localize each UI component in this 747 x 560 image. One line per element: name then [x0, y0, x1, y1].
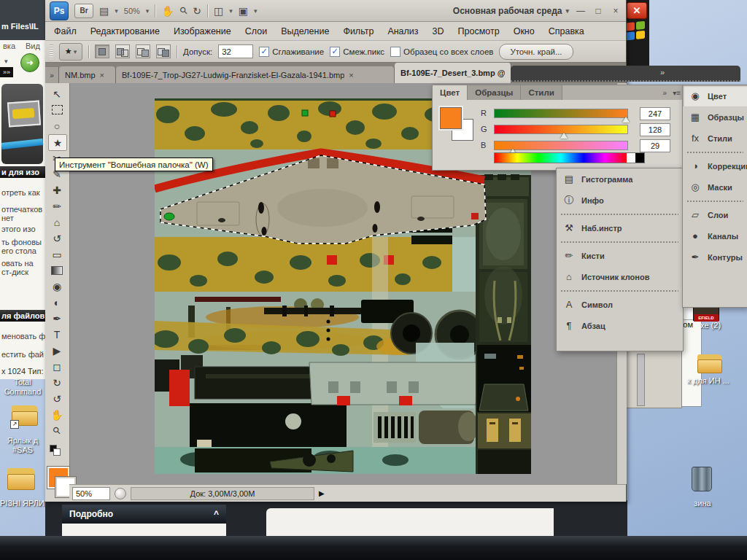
task-link[interactable]: естить фай: [1, 350, 45, 359]
go-button[interactable]: ➜: [20, 53, 39, 72]
menu-item[interactable]: Окно: [514, 26, 535, 36]
tab-styles[interactable]: Стили: [521, 85, 562, 100]
task-link[interactable]: ст-диск: [1, 268, 45, 276]
desktop-icon-label[interactable]: зина: [684, 499, 721, 508]
collapse-chevron-icon[interactable]: »: [663, 89, 667, 97]
gradient-tool[interactable]: [48, 262, 66, 278]
panel-button-adjustments[interactable]: ◑Коррекции: [683, 155, 747, 176]
menu-item[interactable]: Слои: [245, 26, 267, 36]
move-tool[interactable]: ↖: [48, 86, 66, 101]
rotate-view-icon[interactable]: ↻: [193, 6, 201, 16]
task-link[interactable]: овать на: [1, 259, 45, 268]
photoshop-logo-icon[interactable]: Ps: [50, 1, 69, 20]
antialias-checkbox-row[interactable]: ✓Сглаживание: [259, 47, 324, 57]
document-tab[interactable]: Bf-109E-7_Trop-JG27-Ludwig-Franzisket-El…: [116, 66, 395, 83]
hand-tool[interactable]: ✋: [48, 407, 66, 422]
clone-stamp-tool[interactable]: ⌂: [48, 214, 66, 230]
workspace-switcher[interactable]: Основная рабочая среда▾: [453, 6, 569, 16]
zoom-level-control[interactable]: 50%: [124, 7, 140, 15]
tab-color[interactable]: Цвет: [433, 85, 468, 100]
history-brush-tool[interactable]: ↺: [48, 230, 66, 246]
hand-tool-icon[interactable]: ✋: [161, 6, 174, 16]
chevron-down-icon[interactable]: ▾: [254, 7, 258, 15]
selection-mode-intersect[interactable]: [156, 44, 171, 58]
picture-tasks-header[interactable]: и для изо: [0, 166, 45, 178]
panel-button-histogram[interactable]: ▤Гистограмма: [557, 168, 683, 190]
eraser-tool[interactable]: ▭: [48, 246, 66, 262]
maximize-button[interactable]: □: [592, 6, 604, 16]
collapse-chevron-icon[interactable]: ^: [214, 509, 219, 519]
folder-icon[interactable]: [697, 354, 722, 373]
type-tool[interactable]: T: [48, 327, 66, 342]
task-link[interactable]: отпечатков: [1, 205, 45, 214]
color-spectrum-ramp[interactable]: [494, 152, 628, 163]
orbit-3d-tool[interactable]: ↺: [48, 391, 66, 406]
task-link[interactable]: его стола: [1, 246, 45, 255]
collapse-chevron-icon[interactable]: »»: [0, 67, 13, 77]
refine-edge-button[interactable]: Уточн. край...: [499, 44, 573, 60]
task-link[interactable]: меновать ф: [1, 332, 45, 341]
chevron-down-icon[interactable]: ▾: [146, 7, 150, 15]
shape-tool[interactable]: ◻: [48, 359, 66, 374]
close-button[interactable]: ×: [610, 6, 622, 16]
panel-button-channels[interactable]: ●Каналы: [683, 225, 747, 246]
task-link[interactable]: нет: [1, 214, 45, 222]
channel-value-input[interactable]: 29: [640, 139, 670, 152]
menu-item[interactable]: Изображение: [174, 26, 231, 36]
desktop-icon-label[interactable]: xe (2): [689, 321, 732, 330]
tab-scroll-chevron-icon[interactable]: »: [45, 67, 59, 83]
tolerance-input[interactable]: 32: [218, 44, 253, 58]
spectrum-black-cell[interactable]: [635, 152, 645, 163]
brush-tool[interactable]: ✏: [48, 198, 66, 214]
panel-button-styles[interactable]: fxСтили: [683, 128, 747, 149]
menu-item[interactable]: Фильтр: [343, 26, 374, 36]
panel-button-layers[interactable]: ▱Слои: [683, 204, 747, 225]
menu-item[interactable]: Справка: [549, 26, 584, 36]
rotate-3d-tool[interactable]: ↻: [48, 375, 66, 390]
panel-button-paths[interactable]: ✒Контуры: [683, 246, 747, 268]
dodge-tool[interactable]: ◐: [48, 295, 66, 310]
checkbox-checked-icon[interactable]: ✓: [259, 47, 269, 57]
marquee-tool[interactable]: [48, 102, 66, 117]
blur-tool[interactable]: ◉: [48, 279, 66, 294]
task-link[interactable]: этого изо: [1, 225, 45, 233]
tool-preset-picker[interactable]: ★▾: [59, 43, 82, 61]
panel-button-color[interactable]: ◉Цвет: [683, 85, 747, 106]
panel-button-info[interactable]: ⓘИнфо: [557, 190, 683, 211]
tab-close-icon[interactable]: ×: [100, 71, 104, 79]
dock-divider[interactable]: [687, 198, 743, 204]
sample-all-layers-checkbox-row[interactable]: Образец со всех слоев: [390, 47, 493, 57]
panel-button-clone-source[interactable]: ⌂Источник клонов: [557, 266, 683, 287]
menu-item[interactable]: Файл: [54, 26, 77, 36]
panel-button-paragraph[interactable]: ¶Абзац: [557, 315, 683, 336]
selection-mode-add[interactable]: [115, 44, 130, 58]
chevron-down-icon[interactable]: ▾: [4, 58, 8, 65]
dock-divider[interactable]: [561, 287, 678, 294]
status-flyout-arrow-icon[interactable]: ▶: [319, 489, 325, 497]
collapse-panels-chevron-icon[interactable]: »: [660, 68, 665, 77]
task-link[interactable]: ть фоновы: [1, 238, 45, 246]
channel-slider[interactable]: [494, 109, 628, 118]
panel-drag-bar[interactable]: »: [511, 66, 740, 82]
dock-divider[interactable]: [561, 211, 678, 217]
dock-divider[interactable]: [687, 149, 743, 155]
selection-mode-subtract[interactable]: [136, 44, 150, 58]
menu-item[interactable]: Просмотр: [458, 26, 500, 36]
zoom-tool-icon[interactable]: ⚲: [178, 5, 190, 17]
panel-button-swatches[interactable]: ▦Образцы: [683, 106, 747, 128]
file-tasks-header[interactable]: ля файлов: [0, 310, 45, 322]
selection-mode-new[interactable]: [95, 44, 109, 58]
view-extras-icon[interactable]: ▤: [99, 6, 109, 16]
panel-button-brushes[interactable]: ✏Кисти: [557, 245, 683, 266]
minimize-button[interactable]: —: [575, 6, 587, 16]
menu-item[interactable]: 3D: [433, 26, 444, 36]
document-tab[interactable]: Bf-109E-7_Desert_3.bmp @ 50% (RG: [395, 63, 511, 83]
path-select-tool[interactable]: ▶: [48, 343, 66, 358]
desktop-icon-label[interactable]: Ярлык д #SAS: [0, 436, 45, 454]
task-link[interactable]: отреть как: [1, 188, 45, 197]
magic-wand-tool[interactable]: ★: [48, 134, 67, 151]
lasso-tool[interactable]: ○: [48, 118, 66, 133]
channel-value-input[interactable]: 247: [640, 107, 670, 120]
healing-brush-tool[interactable]: ✚: [48, 182, 66, 198]
dock-divider[interactable]: [561, 238, 678, 245]
